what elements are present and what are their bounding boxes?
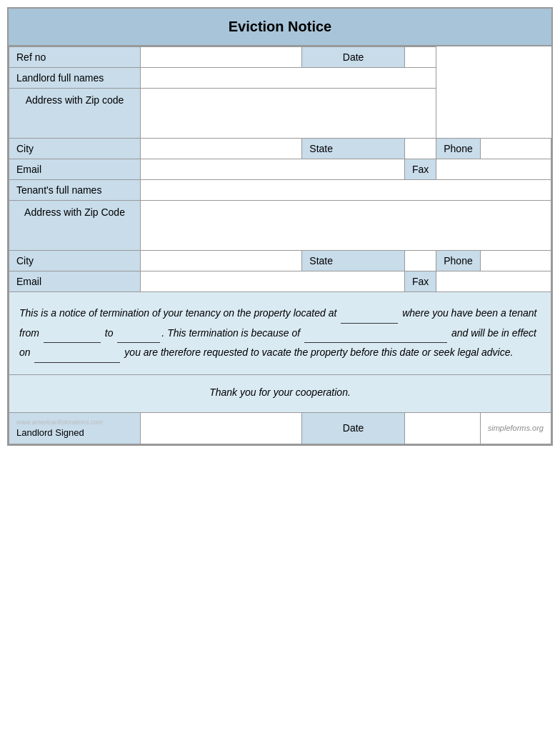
tenant-address-value[interactable] — [141, 201, 551, 251]
tenant-city-label: City — [9, 251, 141, 271]
tenant-address-label: Address with Zip Code — [9, 201, 141, 251]
landlord-phone-label: Phone — [436, 139, 480, 159]
date-label2: Date — [302, 412, 405, 444]
landlord-address-row: Address with Zip code — [9, 89, 551, 139]
landlord-fax-label: Fax — [404, 159, 436, 180]
signature-row: www.americanlistorations.com Landlord Si… — [9, 412, 551, 444]
landlord-phone-value[interactable] — [480, 139, 551, 159]
landlord-address-value[interactable] — [141, 89, 436, 139]
landlord-email-label: Email — [9, 159, 141, 180]
date-value[interactable] — [404, 47, 436, 68]
landlord-signed-value[interactable] — [141, 412, 302, 444]
tenant-fax-value[interactable] — [436, 271, 551, 292]
landlord-email-value[interactable] — [141, 159, 405, 180]
notice-text: This is a notice of termination of your … — [19, 307, 537, 358]
form-container: Eviction Notice Ref no Date Landlord ful… — [7, 7, 553, 446]
brand-label: simpleforms.org — [480, 412, 551, 444]
date-label: Date — [302, 47, 405, 68]
date2-value[interactable] — [404, 412, 480, 444]
tenant-full-names-value[interactable] — [141, 180, 551, 201]
tenant-phone-value[interactable] — [480, 251, 551, 271]
tenant-full-names-label: Tenant's full names — [9, 180, 141, 201]
landlord-city-value[interactable] — [141, 139, 302, 159]
tenant-email-fax-row: Email Fax — [9, 271, 551, 292]
landlord-names-row: Landlord full names — [9, 68, 551, 89]
landlord-email-fax-row: Email Fax — [9, 159, 551, 180]
tenant-names-row: Tenant's full names — [9, 180, 551, 201]
tenant-fax-label: Fax — [404, 271, 436, 292]
ref-date-row: Ref no Date — [9, 47, 551, 68]
tenant-address-row: Address with Zip Code — [9, 201, 551, 251]
ref-no-label: Ref no — [9, 47, 141, 68]
landlord-state-label: State — [302, 139, 405, 159]
tenant-state-value[interactable] — [404, 251, 436, 271]
thank-you-text: Thank you for your cooperation. — [209, 387, 351, 398]
landlord-city-label: City — [9, 139, 141, 159]
tenant-state-label: State — [302, 251, 405, 271]
landlord-city-state-phone-row: City State Phone — [9, 139, 551, 159]
tenant-city-value[interactable] — [141, 251, 302, 271]
notice-text-cell: This is a notice of termination of your … — [9, 292, 551, 375]
thank-you-row: Thank you for your cooperation. — [9, 374, 551, 412]
ref-no-value[interactable] — [141, 47, 302, 68]
notice-text-row: This is a notice of termination of your … — [9, 292, 551, 375]
thank-you-cell: Thank you for your cooperation. — [9, 374, 551, 412]
tenant-email-label: Email — [9, 271, 141, 292]
tenant-phone-label: Phone — [436, 251, 480, 271]
landlord-fax-value[interactable] — [436, 159, 551, 180]
landlord-signed-label: www.americanlistorations.com Landlord Si… — [9, 412, 141, 444]
tenant-email-value[interactable] — [141, 271, 405, 292]
landlord-address-label: Address with Zip code — [9, 89, 141, 139]
landlord-full-names-label: Landlord full names — [9, 68, 141, 89]
landlord-state-value[interactable] — [404, 139, 436, 159]
landlord-full-names-value[interactable] — [141, 68, 436, 89]
watermark: www.americanlistorations.com — [16, 419, 133, 426]
form-title: Eviction Notice — [9, 9, 551, 46]
tenant-city-state-phone-row: City State Phone — [9, 251, 551, 271]
